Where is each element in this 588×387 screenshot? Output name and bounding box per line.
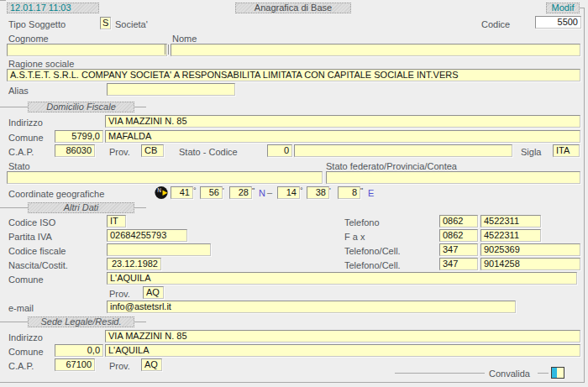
- frame-tick-topleft: [0, 0, 6, 1]
- sl-indirizzo-field[interactable]: VIA MAZZINI N. 85: [105, 330, 580, 343]
- convalida-indicator[interactable]: [551, 367, 564, 379]
- codice-field[interactable]: 5500: [535, 16, 581, 29]
- section-tick: [134, 322, 146, 322]
- convalida-line: [395, 373, 485, 374]
- sl-comune-code-field[interactable]: 0,0: [55, 344, 103, 357]
- section-domicilio-fiscale: Domicilio Fiscale: [28, 102, 134, 112]
- section-sede-legale: Sede Legale/Resid.: [28, 316, 134, 327]
- sl-comune-field[interactable]: L'AQUILA: [105, 344, 580, 357]
- df-stato-codice-field[interactable]: 0: [267, 144, 292, 157]
- cell1-prefix-field[interactable]: 347: [439, 243, 478, 256]
- deg-symbol: °: [300, 187, 303, 195]
- ad-prov-label: Prov.: [109, 289, 130, 299]
- df-stato-label: Stato: [8, 161, 30, 171]
- lat-direction: N: [259, 187, 265, 200]
- frame-bottom-border: [0, 382, 585, 383]
- cell1-number-field[interactable]: 9025369: [480, 243, 580, 256]
- tipo-soggetto-label: Tipo Soggetto: [8, 19, 66, 29]
- cognome-field[interactable]: [7, 44, 167, 56]
- codice-fiscale-field[interactable]: [107, 243, 211, 256]
- df-comune-field[interactable]: MAFALDA: [105, 130, 580, 143]
- telefono-prefix-field[interactable]: 0862: [439, 215, 478, 227]
- field-separator: [165, 44, 169, 55]
- section-tick: [0, 107, 28, 107]
- df-indirizzo-label: Indirizzo: [8, 118, 43, 128]
- email-field[interactable]: info@astetsrl.it: [107, 301, 516, 313]
- ad-prov-field[interactable]: AQ: [143, 286, 164, 299]
- df-cap-label: C.A.P.: [8, 147, 34, 157]
- df-comune-code-field[interactable]: 5799,0: [55, 130, 103, 143]
- section-title: Altri Dati: [29, 203, 134, 212]
- cell2-number-field[interactable]: 9014258: [480, 258, 580, 270]
- df-indirizzo-field[interactable]: VIA MAZZINI N. 85: [105, 115, 580, 128]
- telefono-label: Telefono: [344, 217, 380, 227]
- codice-fiscale-label: Codice fiscale: [8, 246, 66, 256]
- partita-iva-label: Partita IVA: [8, 232, 52, 242]
- ragione-sociale-field[interactable]: A.S.T.E.T. S.R.L. COMPANY SOCIETA' A RES…: [7, 69, 580, 81]
- convalida-label: Convalida: [489, 369, 530, 379]
- section-tick: [134, 107, 146, 107]
- df-stato-codice-label: Stato - Codice: [179, 147, 238, 157]
- ragione-sociale-label: Ragione sociale: [8, 59, 74, 69]
- df-stato-federato-field[interactable]: [326, 171, 580, 184]
- ad-comune-label: Comune: [8, 275, 44, 285]
- cell1-label: Telefono/Cell.: [344, 246, 401, 256]
- section-title: Sede Legale/Resid.: [29, 317, 134, 327]
- df-comune-label: Comune: [8, 133, 44, 143]
- min-symbol: ': [223, 187, 224, 195]
- sec-symbol: ": [252, 187, 255, 195]
- cognome-label: Cognome: [8, 34, 49, 44]
- alias-field[interactable]: [107, 83, 235, 96]
- sl-cap-label: C.A.P.: [8, 361, 34, 371]
- deg-symbol: °: [193, 187, 197, 195]
- tipo-soggetto-field[interactable]: S: [100, 17, 111, 29]
- convalida-progress: [552, 368, 557, 378]
- df-sigla-field[interactable]: ITA: [553, 144, 580, 157]
- convalida-line: [538, 373, 549, 374]
- nascita-field[interactable]: 23.12.1982: [107, 258, 161, 270]
- frame-right-border: [584, 8, 585, 382]
- section-altri-dati: Altri Dati: [28, 202, 134, 213]
- lat-min-field[interactable]: 56: [200, 186, 223, 199]
- anagrafica-form-window: 12.01.17 11:03 Anagrafica di Base Modif …: [0, 0, 588, 387]
- df-stato-nome-field[interactable]: [294, 144, 512, 157]
- sl-comune-label: Comune: [8, 347, 44, 357]
- telefono-number-field[interactable]: 4522311: [480, 215, 541, 227]
- cell2-prefix-field[interactable]: 347: [439, 258, 478, 270]
- coordinate-label: Coordinate geografiche: [8, 189, 104, 199]
- fax-label: F a x: [344, 232, 365, 242]
- sec-symbol: ": [360, 187, 363, 195]
- sl-cap-field[interactable]: 67100: [55, 358, 95, 371]
- fax-number-field[interactable]: 4522311: [480, 229, 541, 242]
- ad-comune-field[interactable]: L'AQUILA: [107, 272, 577, 285]
- email-label: e-mail: [8, 303, 34, 313]
- alias-label: Alias: [8, 86, 29, 96]
- timestamp-box: 12.01.17 11:03: [7, 3, 99, 13]
- coord-separator: –: [267, 187, 272, 197]
- fax-prefix-field[interactable]: 0862: [439, 229, 478, 242]
- section-tick: [0, 207, 28, 208]
- section-tick: [0, 322, 28, 322]
- lon-min-field[interactable]: 38: [307, 186, 329, 199]
- lon-deg-field[interactable]: 14: [277, 186, 300, 199]
- nome-label: Nome: [172, 34, 197, 44]
- mode-badge-modif[interactable]: Modif: [546, 3, 580, 13]
- df-stato-field[interactable]: [7, 171, 323, 184]
- lat-sec-field[interactable]: 28: [229, 186, 252, 199]
- partita-iva-field[interactable]: 02684255793: [107, 229, 187, 242]
- df-prov-field[interactable]: CB: [141, 144, 164, 157]
- nome-field[interactable]: [171, 44, 580, 56]
- cell2-label: Telefono/Cell.: [344, 260, 401, 270]
- df-sigla-label: Sigla: [521, 147, 541, 157]
- codice-label: Codice: [481, 19, 510, 29]
- lon-sec-field[interactable]: 8: [338, 186, 360, 199]
- page-title: Anagrafica di Base: [235, 3, 351, 13]
- codice-iso-field[interactable]: IT: [107, 215, 126, 227]
- lat-deg-field[interactable]: 41: [171, 186, 193, 199]
- df-cap-field[interactable]: 86030: [55, 144, 95, 157]
- lon-direction: E: [368, 187, 374, 200]
- globe-icon[interactable]: N: [155, 186, 169, 200]
- sl-prov-field[interactable]: AQ: [141, 358, 162, 371]
- df-prov-label: Prov.: [109, 147, 130, 157]
- section-title: Domicilio Fiscale: [29, 102, 134, 112]
